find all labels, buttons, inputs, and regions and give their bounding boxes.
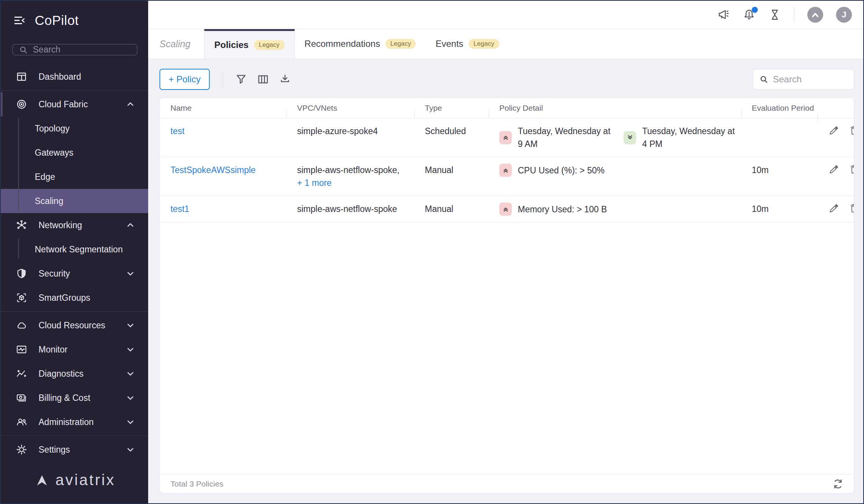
tab-recommendations[interactable]: Recommendations Legacy <box>295 29 426 59</box>
sidebar-item-topology[interactable]: Topology <box>1 116 148 141</box>
add-policy-button[interactable]: + Policy <box>159 69 210 90</box>
sidebar-divider <box>1 311 148 312</box>
content-area: + Policy <box>148 59 863 503</box>
sidebar-item-administration[interactable]: Administration <box>1 410 148 434</box>
chevron-down-icon <box>125 417 135 427</box>
scale-out-icon <box>499 203 512 216</box>
scale-in-icon <box>624 131 636 144</box>
edit-policy-button[interactable] <box>828 164 839 175</box>
legacy-badge: Legacy <box>469 39 499 49</box>
sidebar-item-gateways[interactable]: Gateways <box>1 141 148 165</box>
sidebar-collapse-icon[interactable] <box>13 14 26 27</box>
legacy-badge: Legacy <box>386 39 416 49</box>
tab-label: Policies <box>214 40 249 50</box>
table-header: Name VPC/VNets Type Policy Detail Evalua… <box>160 98 854 118</box>
scale-out-detail: Tuesday, Wednesday at 9 AM <box>499 125 613 150</box>
sidebar-divider <box>1 436 148 436</box>
sidebar-search[interactable] <box>12 44 138 56</box>
columns-icon[interactable] <box>257 73 269 85</box>
detail-text: CPU Used (%): > 50% <box>518 164 604 177</box>
sidebar-search-input[interactable] <box>33 45 131 55</box>
delete-policy-button[interactable] <box>849 125 854 136</box>
sidebar-item-cloud-resources[interactable]: Cloud Resources <box>1 313 148 337</box>
smartgroups-icon <box>15 292 28 303</box>
sidebar-item-networking[interactable]: Networking <box>1 213 148 237</box>
gear-icon <box>15 444 28 455</box>
detail-text: Tuesday, Wednesday at 9 AM <box>518 125 613 150</box>
product-avatar[interactable] <box>807 7 823 23</box>
policy-name-link[interactable]: test1 <box>170 204 189 214</box>
billing-icon <box>15 392 28 404</box>
sidebar-item-cloud-fabric[interactable]: Cloud Fabric <box>1 92 148 116</box>
sidebar-item-security[interactable]: Security <box>1 261 148 286</box>
scale-out-icon <box>499 131 512 144</box>
edit-policy-button[interactable] <box>828 203 839 214</box>
delete-policy-button[interactable] <box>849 203 854 214</box>
policy-detail-cell: CPU Used (%): > 50% <box>489 164 741 177</box>
evaluation-cell: 10m <box>741 203 818 215</box>
scale-out-detail: Memory Used: > 100 B <box>499 203 607 216</box>
user-avatar[interactable]: J <box>836 7 852 23</box>
delete-policy-button[interactable] <box>849 164 854 175</box>
sidebar-item-billing[interactable]: Billing & Cost <box>1 386 148 410</box>
sidebar-item-label: Diagnostics <box>39 369 84 379</box>
scale-out-icon <box>499 164 512 177</box>
cloud-fabric-children: Topology Gateways Edge Scaling <box>1 116 148 213</box>
policy-name-link[interactable]: TestSpokeAWSsimple <box>170 165 255 175</box>
column-header-name[interactable]: Name <box>160 104 286 113</box>
sidebar-item-label: Monitor <box>39 345 68 355</box>
sidebar-item-label: Network Segmentation <box>35 244 123 255</box>
cloud-fabric-icon <box>15 99 28 110</box>
monitor-icon <box>15 344 28 355</box>
vpc-cell: simple-aws-netflow-spoke, + 1 more <box>286 164 414 189</box>
vpc-more-link[interactable]: + 1 more <box>297 176 414 189</box>
chevron-up-icon <box>125 99 135 109</box>
filter-icon[interactable] <box>235 73 247 85</box>
tab-events[interactable]: Events Legacy <box>426 29 509 59</box>
aviatrix-mark-icon <box>34 472 50 489</box>
policy-detail-cell: Memory Used: > 100 B <box>489 203 741 216</box>
column-header-type[interactable]: Type <box>414 104 489 113</box>
column-header-vpc[interactable]: VPC/VNets <box>286 104 414 113</box>
policy-name-link[interactable]: test <box>170 126 184 136</box>
sidebar-item-settings[interactable]: Settings <box>1 438 148 462</box>
legacy-badge: Legacy <box>254 40 285 50</box>
table-search-input[interactable] <box>773 74 848 85</box>
sidebar-item-edge[interactable]: Edge <box>1 165 148 189</box>
notification-dot <box>752 7 758 13</box>
toolbar: + Policy <box>159 69 854 90</box>
shield-icon <box>15 268 28 279</box>
sidebar-item-monitor[interactable]: Monitor <box>1 337 148 362</box>
chevron-up-icon <box>125 220 135 230</box>
announcements-icon[interactable] <box>717 8 730 21</box>
edit-policy-button[interactable] <box>828 125 839 136</box>
chevron-down-icon <box>125 320 135 330</box>
refresh-icon[interactable] <box>832 478 844 490</box>
sidebar-item-dashboard[interactable]: Dashboard <box>1 65 148 89</box>
column-header-evaluation-period[interactable]: Evaluation Period <box>741 104 818 113</box>
sidebar-item-label: Dashboard <box>39 72 81 82</box>
sidebar-item-label: Gateways <box>35 148 73 158</box>
sidebar-item-smartgroups[interactable]: SmartGroups <box>1 286 148 310</box>
sidebar-item-scaling[interactable]: Scaling <box>1 189 148 213</box>
tasks-icon[interactable] <box>768 8 781 21</box>
chevron-down-icon <box>125 269 135 278</box>
row-actions <box>818 203 854 214</box>
download-icon[interactable] <box>279 73 291 85</box>
table-footer: Total 3 Policies <box>160 474 854 493</box>
sidebar-item-label: Scaling <box>35 196 63 206</box>
table-body: test simple-azure-spoke4 Scheduled Tuesd… <box>160 118 854 474</box>
notifications-icon[interactable] <box>743 8 756 21</box>
column-header-policy-detail[interactable]: Policy Detail <box>489 104 741 113</box>
vpc-text: simple-aws-netflow-spoke, <box>297 165 399 175</box>
table-search[interactable] <box>753 69 854 90</box>
sidebar-item-diagnostics[interactable]: Diagnostics <box>1 362 148 386</box>
row-actions <box>818 125 854 136</box>
chevron-down-icon <box>125 393 135 403</box>
active-group-accent <box>1 92 3 116</box>
tab-bar: Scaling Policies Legacy Recommendations … <box>148 29 863 59</box>
cloud-icon <box>15 320 28 331</box>
chevron-down-icon <box>125 345 135 354</box>
sidebar-item-network-segmentation[interactable]: Network Segmentation <box>1 237 148 261</box>
tab-policies[interactable]: Policies Legacy <box>204 29 295 59</box>
